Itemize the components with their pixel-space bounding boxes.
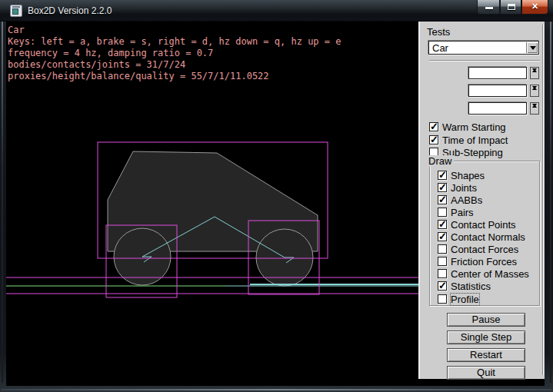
checkbox-warm-starting[interactable]: ✓	[429, 122, 438, 131]
debug-text-line: Car	[8, 25, 341, 36]
check-mark-icon: ✓	[430, 121, 438, 132]
arrow-down-icon	[532, 86, 537, 89]
vel-iters-stepper[interactable]	[530, 67, 539, 79]
checkbox-contact-forces[interactable]	[438, 244, 447, 254]
minimize-button[interactable]	[477, 0, 500, 15]
debug-text-line: bodies/contacts/joints = 31/7/24	[8, 59, 341, 71]
minimize-icon	[485, 7, 493, 9]
titlebar[interactable]: Box2D Version 2.2.0 ✕	[0, 0, 553, 22]
app-icon-detail	[12, 6, 20, 8]
pos-iters-input[interactable]	[468, 85, 527, 97]
checkbox-profile[interactable]	[438, 294, 447, 304]
check-mark-icon: ✓	[430, 134, 438, 145]
single-step-button[interactable]: Single Step	[447, 331, 525, 344]
column-separator	[542, 25, 544, 375]
window-border	[2, 22, 3, 383]
checkbox-label: Profile	[451, 294, 479, 305]
checkbox-shapes[interactable]: ✓	[438, 171, 447, 180]
maximize-button[interactable]	[500, 0, 521, 15]
dropdown-arrow-button[interactable]	[526, 42, 538, 53]
hertz-stepper[interactable]	[530, 102, 539, 115]
debug-text-overlay: CarKeys: left = a, brake = s, right = d,…	[8, 25, 341, 82]
check-mark-icon: ✓	[438, 280, 447, 291]
checkbox-time-of-impact[interactable]: ✓	[429, 135, 438, 145]
check-mark-icon: ✓	[438, 218, 447, 230]
checkbox-label: Friction Forces	[451, 256, 517, 267]
check-mark-icon: ✓	[438, 231, 447, 242]
app-icon	[10, 5, 22, 17]
close-icon: ✕	[522, 2, 548, 12]
checkbox-label: Shapes	[451, 170, 485, 181]
checkbox-label: Statistics	[451, 281, 491, 292]
hertz-input[interactable]	[468, 102, 527, 115]
client-area: CarKeys: left = a, brake = s, right = d,…	[6, 22, 545, 386]
check-mark-icon: ✓	[438, 181, 447, 193]
check-mark-icon: ✓	[438, 194, 447, 205]
window-border	[550, 22, 551, 383]
debug-text-line: frequency = 4 hz, damping ratio = 0.7	[8, 48, 341, 59]
close-button[interactable]: ✕	[521, 0, 548, 15]
test-select-value: Car	[432, 42, 448, 54]
checkbox-statistics[interactable]: ✓	[438, 281, 447, 291]
draw-group-title: Draw	[426, 155, 454, 167]
separator	[429, 60, 540, 61]
control-panel: Tests Car ✓Warm Starting✓Time of ImpactS…	[418, 22, 545, 379]
app-window: Box2D Version 2.2.0 ✕ CarKeys: left = a,…	[0, 0, 553, 392]
checkbox-label: AABBs	[451, 194, 482, 206]
checkbox-label: Contact Normals	[451, 231, 525, 243]
window-border	[2, 389, 551, 390]
spinner-row-vel-iters	[420, 67, 546, 79]
simulation-canvas[interactable]: CarKeys: left = a, brake = s, right = d,…	[6, 22, 418, 386]
checkbox-label: Contact Points	[451, 219, 516, 231]
test-select-dropdown[interactable]: Car	[428, 41, 539, 55]
app-icon-detail	[12, 8, 18, 15]
arrow-down-icon	[532, 104, 537, 107]
caption-buttons: ✕	[477, 0, 548, 15]
checkbox-friction-forces[interactable]	[438, 257, 447, 266]
quit-button[interactable]: Quit	[447, 366, 525, 380]
pos-iters-stepper[interactable]	[530, 85, 539, 97]
vel-iters-input[interactable]	[468, 67, 527, 79]
checkbox-label: Warm Starting	[442, 121, 506, 133]
checkbox-label: Joints	[451, 182, 477, 194]
checkbox-center-of-masses[interactable]	[438, 269, 447, 278]
check-mark-icon: ✓	[438, 169, 447, 181]
maximize-icon	[508, 4, 515, 10]
checkbox-contact-normals[interactable]: ✓	[438, 232, 447, 241]
checkbox-label: Time of Impact	[442, 135, 508, 146]
spinner-row-pos-iters	[420, 85, 546, 97]
checkbox-joints[interactable]: ✓	[438, 183, 447, 192]
checkbox-label: Contact Forces	[451, 244, 518, 255]
checkbox-aabbs[interactable]: ✓	[438, 195, 447, 204]
checkbox-label: Center of Masses	[451, 268, 529, 280]
pause-button[interactable]: Pause	[447, 313, 525, 327]
debug-text-line: Keys: left = a, brake = s, right = d, hz…	[8, 36, 341, 48]
debug-text-line: proxies/height/balance/quality = 55/7/1/…	[8, 71, 341, 82]
tests-label: Tests	[427, 26, 450, 38]
restart-button[interactable]: Restart	[447, 348, 525, 362]
checkbox-contact-points[interactable]: ✓	[438, 220, 447, 229]
checkbox-pairs[interactable]	[438, 208, 447, 217]
chevron-down-icon	[530, 46, 536, 50]
checkbox-label: Pairs	[451, 207, 474, 218]
window-title: Box2D Version 2.2.0	[28, 5, 112, 16]
arrow-down-icon	[532, 68, 537, 71]
spinner-row-hertz	[420, 102, 546, 115]
